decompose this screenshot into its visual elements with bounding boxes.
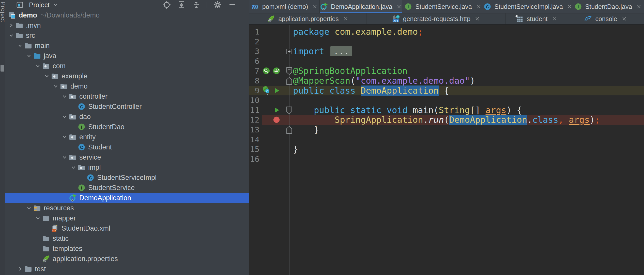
tree-item-label: .mvn	[26, 20, 41, 30]
fold-start-icon[interactable]	[286, 106, 293, 115]
tab-pom.xml-demo-[interactable]: mpom.xml (demo)	[249, 0, 320, 13]
code-token: .	[423, 115, 428, 125]
close-icon[interactable]	[343, 16, 348, 22]
close-icon[interactable]	[552, 16, 557, 22]
tab-student[interactable]: student	[506, 13, 567, 24]
tool-window-stub-icon[interactable]	[1, 65, 4, 72]
fold-end-icon[interactable]	[286, 77, 293, 85]
collapse-all-button[interactable]	[192, 1, 201, 9]
code-line-14[interactable]: 14	[249, 135, 644, 145]
hide-button[interactable]	[228, 1, 237, 9]
tree-row-resources[interactable]: resources	[5, 203, 249, 213]
chevron-down-icon[interactable]	[61, 133, 68, 141]
close-icon[interactable]	[621, 16, 627, 22]
locate-button[interactable]	[162, 1, 171, 9]
close-icon[interactable]	[474, 16, 480, 22]
close-icon[interactable]	[476, 4, 482, 9]
chevron-right-icon[interactable]	[7, 21, 15, 29]
class-icon: C	[86, 173, 95, 182]
code-line-10[interactable]: 10	[249, 95, 644, 105]
tree-row-entity[interactable]: entity	[5, 132, 249, 142]
tree-row-com[interactable]: com	[5, 61, 249, 71]
tree-row-service[interactable]: service	[5, 152, 249, 162]
breakpoint-icon[interactable]	[272, 115, 281, 124]
code-line-8[interactable]: 8@MapperScan("com.example.demo.dao")	[249, 76, 644, 86]
chevron-down-icon[interactable]	[25, 52, 33, 60]
chevron-down-icon[interactable]	[34, 62, 42, 70]
expand-all-button[interactable]	[177, 1, 186, 9]
tree-row-studentcontroller[interactable]: CStudentController	[5, 101, 249, 112]
code-line-13[interactable]: 13 }	[249, 125, 644, 135]
project-title-group[interactable]: Project	[16, 1, 59, 9]
tree-row-example[interactable]: example	[5, 71, 249, 81]
tree-row-application.properties[interactable]: application.properties	[5, 254, 249, 264]
code-text: }	[293, 144, 298, 154]
tab-studentdao.java[interactable]: IStudentDao.java	[572, 0, 644, 13]
code-line-12[interactable]: 12 SpringApplication.run(DemoApplication…	[249, 115, 644, 125]
folded-imports-badge[interactable]: ...	[330, 46, 352, 56]
tree-row-demo[interactable]: demo	[5, 81, 249, 91]
tree-row-test[interactable]: test	[5, 264, 249, 274]
tree-row-studentdao[interactable]: IStudentDao	[5, 122, 249, 132]
settings-button[interactable]	[213, 1, 222, 9]
svg-text:<>: <>	[52, 229, 55, 232]
chevron-down-icon[interactable]	[52, 82, 59, 90]
tab-application.properties[interactable]: application.properties	[249, 13, 366, 24]
code-line-11[interactable]: 11 public static void main(String[] args…	[249, 105, 644, 115]
code-line-16[interactable]: 16	[249, 154, 644, 164]
tree-row-student[interactable]: CStudent	[5, 142, 249, 152]
tree-row-src[interactable]: src	[5, 30, 249, 41]
tree-row-.mvn[interactable]: .mvn	[5, 20, 249, 30]
tree-row-java[interactable]: java	[5, 51, 249, 61]
close-icon[interactable]	[396, 4, 402, 9]
chevron-down-icon[interactable]	[43, 72, 51, 80]
tree-row-controller[interactable]: controller	[5, 91, 249, 101]
tree-row-dao[interactable]: dao	[5, 112, 249, 122]
code-token: @SpringBootApplication	[293, 66, 407, 76]
spring-search-icon[interactable]	[262, 66, 271, 75]
run-icon[interactable]	[272, 86, 281, 95]
chevron-down-icon[interactable]	[34, 214, 42, 222]
spring-bean-icon[interactable]: C	[262, 86, 271, 95]
tree-row-demoapplication[interactable]: DemoApplication	[5, 193, 249, 203]
chevron-down-icon[interactable]	[25, 204, 33, 212]
chevron-down-icon[interactable]	[70, 163, 77, 171]
code-line-6[interactable]: 6	[249, 56, 644, 66]
tree-row-studentserviceimpl[interactable]: CStudentServiceImpl	[5, 173, 249, 183]
code-line-7[interactable]: 7@SpringBootApplication	[249, 66, 644, 76]
fold-end-icon[interactable]	[286, 126, 293, 134]
fold-plus-icon[interactable]	[286, 47, 293, 56]
code-line-2[interactable]: 2	[249, 37, 644, 47]
code-line-1[interactable]: 1package com.example.demo;	[249, 27, 644, 37]
run-icon[interactable]	[272, 106, 281, 114]
code-line-3[interactable]: 3import ...	[249, 46, 644, 56]
close-icon[interactable]	[312, 4, 318, 9]
tab-generated-requests.http[interactable]: APIgenerated-requests.http	[366, 13, 506, 24]
chevron-down-icon[interactable]	[61, 92, 68, 100]
fold-start-icon[interactable]	[286, 67, 293, 75]
chevron-down-icon[interactable]	[61, 113, 68, 121]
close-icon[interactable]	[636, 4, 642, 9]
code-line-15[interactable]: 15}	[249, 144, 644, 154]
tree-row-main[interactable]: main	[5, 41, 249, 51]
tab-studentservice.java[interactable]: IStudentService.java	[402, 0, 484, 13]
tree-row-mapper[interactable]: mapper	[5, 213, 249, 223]
tree-row-demo[interactable]: demo~/Downloads/demo	[5, 10, 249, 20]
tree-row-templates[interactable]: templates	[5, 244, 249, 254]
code-token: DemoApplication	[361, 85, 439, 96]
tab-studentserviceimpl.java[interactable]: CStudentServiceImpl.java	[484, 0, 572, 13]
close-icon[interactable]	[567, 4, 572, 9]
tab-console[interactable]: console	[567, 13, 644, 24]
chevron-right-icon[interactable]	[16, 265, 24, 273]
chevron-down-icon[interactable]	[7, 31, 15, 40]
chevron-down-icon[interactable]	[61, 153, 68, 161]
tab-demoapplication.java[interactable]: DemoApplication.java	[320, 0, 402, 13]
tree-row-static[interactable]: static	[5, 233, 249, 244]
tree-row-studentservice[interactable]: IStudentService	[5, 183, 249, 193]
spring-check-icon[interactable]	[272, 66, 281, 75]
code-area[interactable]: 1package com.example.demo;23import ...67…	[249, 25, 644, 275]
chevron-down-icon[interactable]	[16, 42, 24, 50]
tree-row-impl[interactable]: impl	[5, 162, 249, 173]
tree-row-studentdao.xml[interactable]: <>StudentDao.xml	[5, 223, 249, 233]
code-line-9[interactable]: 9Cpublic class DemoApplication {	[249, 86, 644, 96]
